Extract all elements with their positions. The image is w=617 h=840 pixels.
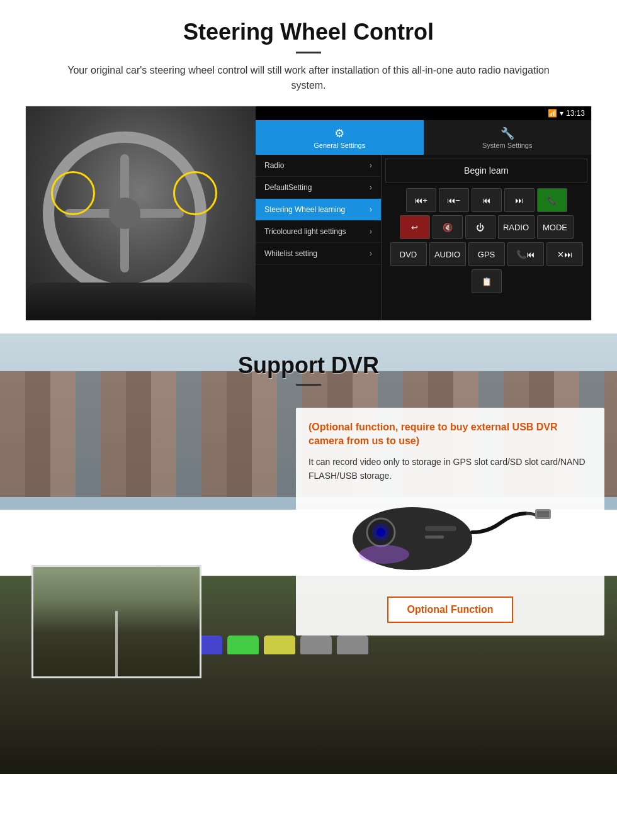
steering-hub	[109, 198, 140, 229]
svg-point-8	[359, 545, 409, 564]
svg-rect-4	[425, 526, 456, 531]
menu-default-label: DefaultSetting	[264, 183, 312, 192]
status-time: 13:13	[566, 109, 585, 118]
dvr-thumbnail-inner	[33, 567, 200, 676]
chevron-icon: ›	[370, 227, 372, 236]
menu-whitelist-label: Whitelist setting	[264, 249, 317, 258]
optional-function-button[interactable]: Optional Function	[387, 596, 514, 623]
title-divider	[296, 52, 321, 53]
steering-wheel	[43, 132, 207, 295]
dvr-description: It can record video only to storage in G…	[308, 455, 592, 483]
ctrl-row-3: DVD AUDIO GPS 📞⏮ ✕⏭	[385, 242, 587, 266]
gear-icon: ⚙	[334, 126, 344, 140]
status-wifi: ▾	[560, 109, 563, 118]
ctrl-vol-down[interactable]: ⏮−	[439, 188, 469, 212]
menu-tricolour-label: Tricoloured light settings	[264, 227, 346, 236]
menu-radio-label: Radio	[264, 161, 284, 170]
tab-system-label: System Settings	[482, 142, 532, 149]
android-content-area: Begin learn ⏮+ ⏮− ⏮ ⏭ 📞 ↩ 🔇 ⏻ RADI	[382, 155, 591, 320]
menu-item-steering-learning[interactable]: Steering Wheel learning ›	[256, 199, 381, 221]
tab-system-settings[interactable]: 🔧 System Settings	[424, 120, 592, 155]
ctrl-mode[interactable]: MODE	[537, 215, 574, 239]
ctrl-radio[interactable]: RADIO	[498, 215, 535, 239]
menu-item-defaultsetting[interactable]: DefaultSetting ›	[256, 177, 381, 199]
chevron-icon: ›	[370, 161, 372, 170]
chevron-icon: ›	[370, 183, 372, 192]
dvr-section: Support DVR (Optional function, require …	[0, 333, 617, 774]
dvr-camera-illustration	[308, 483, 592, 584]
steering-content-wrapper: ➜ 📶 ▾ 13:13 ⚙ General Settings 🔧 System …	[25, 106, 592, 321]
ctrl-phone[interactable]: 📞	[537, 188, 567, 212]
steering-ring	[43, 132, 207, 295]
highlight-circle-left	[51, 171, 95, 215]
dvr-title-area: Support DVR	[0, 333, 617, 395]
begin-learn-button[interactable]: Begin learn	[385, 159, 587, 182]
android-main-area: Radio › DefaultSetting › Steering Wheel …	[256, 155, 591, 320]
steering-title: Steering Wheel Control	[25, 19, 592, 45]
ctrl-x-next[interactable]: ✕⏭	[546, 242, 583, 266]
android-menu: Radio › DefaultSetting › Steering Wheel …	[256, 155, 382, 320]
svg-rect-5	[425, 535, 444, 539]
dvr-road-line	[115, 611, 118, 676]
steering-photo: ➜	[26, 106, 256, 320]
dvr-optional-note: (Optional function, require to buy exter…	[308, 420, 592, 449]
ctrl-hangup[interactable]: ↩	[400, 215, 430, 239]
menu-item-tricoloured[interactable]: Tricoloured light settings ›	[256, 221, 381, 243]
chevron-icon: ›	[370, 205, 372, 214]
ctrl-audio[interactable]: AUDIO	[429, 242, 466, 266]
steering-description: Your original car's steering wheel contr…	[50, 63, 567, 93]
chevron-icon: ›	[370, 249, 372, 258]
ctrl-mute[interactable]: 🔇	[433, 215, 463, 239]
dvr-divider	[296, 384, 321, 386]
ctrl-gps[interactable]: GPS	[468, 242, 505, 266]
ctrl-row-1: ⏮+ ⏮− ⏮ ⏭ 📞	[385, 188, 587, 212]
dvr-info-box: (Optional function, require to buy exter…	[296, 408, 604, 636]
dashboard	[26, 283, 256, 320]
dvr-title: Support DVR	[0, 352, 617, 379]
steering-section: Steering Wheel Control Your original car…	[0, 0, 617, 333]
ctrl-misc[interactable]: 📋	[472, 269, 502, 293]
android-ui-panel: 📶 ▾ 13:13 ⚙ General Settings 🔧 System Se…	[256, 106, 591, 320]
menu-item-whitelist[interactable]: Whitelist setting ›	[256, 243, 381, 265]
ctrl-vol-up[interactable]: ⏮+	[406, 188, 436, 212]
android-statusbar: 📶 ▾ 13:13	[256, 106, 591, 120]
svg-point-3	[376, 528, 385, 537]
dvr-right-panel: (Optional function, require to buy exter…	[296, 408, 604, 691]
ctrl-dvd[interactable]: DVD	[390, 242, 427, 266]
dvr-thumbnail	[31, 565, 201, 678]
ctrl-phone-prev[interactable]: 📞⏮	[507, 242, 544, 266]
android-tabs: ⚙ General Settings 🔧 System Settings	[256, 120, 591, 155]
status-signal: 📶	[548, 109, 557, 118]
system-icon: 🔧	[501, 126, 514, 140]
dvr-content-area: (Optional function, require to buy exter…	[0, 408, 617, 691]
tab-general-label: General Settings	[314, 142, 365, 149]
ctrl-row-2: ↩ 🔇 ⏻ RADIO MODE	[385, 215, 587, 239]
camera-svg	[349, 498, 551, 580]
dvr-left-panel	[13, 408, 283, 691]
ctrl-next-track[interactable]: ⏭	[504, 188, 535, 212]
ctrl-prev-track[interactable]: ⏮	[472, 188, 502, 212]
highlight-circle-right	[173, 171, 217, 215]
menu-item-radio[interactable]: Radio ›	[256, 155, 381, 177]
ctrl-power[interactable]: ⏻	[465, 215, 495, 239]
ctrl-row-4: 📋	[385, 269, 587, 293]
tab-general-settings[interactable]: ⚙ General Settings	[256, 120, 424, 155]
menu-steering-label: Steering Wheel learning	[264, 205, 345, 214]
svg-rect-7	[537, 511, 549, 517]
